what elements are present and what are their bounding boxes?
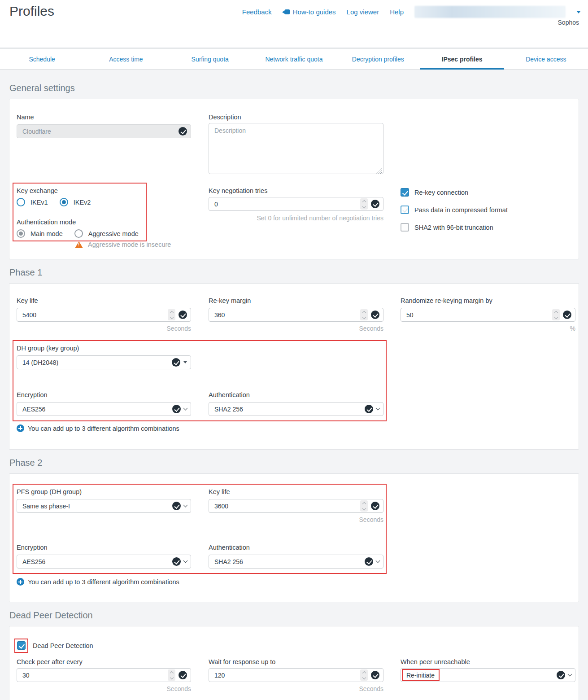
p2-add-combination-note: You can add up to 3 different algorithm … xyxy=(17,578,179,586)
dpd-wait-response-field xyxy=(209,668,383,682)
chevron-down-icon xyxy=(183,503,188,508)
radio-ikev2[interactable] xyxy=(60,198,68,206)
valid-check-icon xyxy=(179,127,187,136)
tab-surfing-quota[interactable]: Surfing quota xyxy=(168,49,252,69)
chevron-down-icon xyxy=(183,406,188,411)
valid-check-icon xyxy=(172,405,181,413)
number-stepper[interactable] xyxy=(360,500,368,512)
p1-rekey-margin-unit: Seconds xyxy=(209,325,383,332)
general-settings-title: General settings xyxy=(9,83,579,93)
tab-access-time[interactable]: Access time xyxy=(84,49,168,69)
warning-text: Aggressive mode is insecure xyxy=(88,241,171,248)
description-textarea[interactable] xyxy=(209,123,383,174)
p2-pfs-group-select[interactable]: Same as phase-I xyxy=(17,499,191,513)
valid-check-icon xyxy=(365,557,373,566)
p2-key-life-label: Key life xyxy=(209,488,230,495)
radio-main-mode-label: Main mode xyxy=(30,230,63,237)
dpd-wait-response-unit: Seconds xyxy=(209,685,383,692)
p1-dh-group-label: DH group (key group) xyxy=(17,345,79,352)
p1-key-life-unit: Seconds xyxy=(17,325,191,332)
valid-check-icon xyxy=(172,502,181,510)
dpd-wait-response-input[interactable] xyxy=(214,672,360,679)
chevron-down-icon xyxy=(568,672,572,677)
p1-key-life-input[interactable] xyxy=(22,311,168,319)
account-selector-redacted[interactable] xyxy=(414,6,566,18)
help-link[interactable]: Help xyxy=(390,8,404,16)
p1-randomize-unit: % xyxy=(401,325,575,332)
p2-authentication-value: SHA2 256 xyxy=(214,558,365,565)
p1-dh-group-value: 14 (DH2048) xyxy=(22,359,172,366)
p1-authentication-select[interactable]: SHA2 256 xyxy=(209,402,383,416)
radio-main-mode[interactable] xyxy=(17,229,25,238)
number-stepper[interactable] xyxy=(360,198,368,210)
key-exchange-label: Key exchange xyxy=(17,187,58,194)
radio-ikev1[interactable] xyxy=(17,198,25,206)
p1-add-combination-text: You can add up to 3 different algorithm … xyxy=(28,425,179,432)
howto-guides-label: How-to guides xyxy=(293,8,336,16)
warning-triangle-icon xyxy=(75,241,83,248)
radio-aggressive-mode[interactable] xyxy=(74,229,83,238)
plus-circle-icon[interactable] xyxy=(17,424,24,432)
video-camera-icon xyxy=(285,9,290,14)
valid-check-icon xyxy=(371,200,379,208)
p2-pfs-group-label: PFS group (DH group) xyxy=(17,488,82,495)
compressed-format-label: Pass data in compressed format xyxy=(414,206,508,214)
number-stepper[interactable] xyxy=(552,309,560,320)
p1-dh-group-select[interactable]: 14 (DH2048) xyxy=(17,355,191,369)
p1-key-life-label: Key life xyxy=(17,297,38,304)
p1-authentication-label: Authentication xyxy=(209,391,250,398)
radio-ikev2-label: IKEv2 xyxy=(74,199,91,206)
log-viewer-link[interactable]: Log viewer xyxy=(347,8,379,16)
name-field xyxy=(17,124,191,138)
tab-ipsec-profiles[interactable]: IPsec profiles xyxy=(420,49,504,69)
sha2-truncation-checkbox[interactable] xyxy=(401,223,409,232)
tab-device-access[interactable]: Device access xyxy=(504,49,588,69)
number-stepper[interactable] xyxy=(360,309,368,320)
compressed-format-checkbox[interactable] xyxy=(401,206,409,214)
howto-guides-link[interactable]: How-to guides xyxy=(283,8,336,16)
p2-encryption-select[interactable]: AES256 xyxy=(17,555,191,569)
p1-authentication-value: SHA2 256 xyxy=(214,406,365,413)
dpd-check-peer-input[interactable] xyxy=(22,672,168,679)
plus-circle-icon[interactable] xyxy=(17,578,24,586)
dpd-when-unreachable-select[interactable]: Re-initiate xyxy=(401,668,575,682)
header-links: Feedback How-to guides Log viewer Help xyxy=(242,6,581,18)
dpd-enable-checkbox[interactable] xyxy=(17,641,26,650)
valid-check-icon xyxy=(179,311,187,319)
name-label: Name xyxy=(17,114,34,121)
main-content: General settings Name Description Key ex… xyxy=(0,83,588,700)
p1-rekey-margin-input[interactable] xyxy=(214,311,360,319)
p1-key-life-field xyxy=(17,308,191,322)
number-stepper[interactable] xyxy=(168,309,175,320)
tab-network-traffic-quota[interactable]: Network traffic quota xyxy=(252,49,336,69)
tab-decryption-profiles[interactable]: Decryption profiles xyxy=(336,49,420,69)
rekey-connection-checkbox[interactable] xyxy=(401,188,409,197)
rekey-connection-label: Re-key connection xyxy=(414,189,468,196)
tab-schedule[interactable]: Schedule xyxy=(0,49,84,69)
sha2-truncation-label: SHA2 with 96-bit truncation xyxy=(414,224,493,231)
valid-check-icon xyxy=(557,671,565,679)
valid-check-icon xyxy=(371,311,379,319)
page-title: Profiles xyxy=(9,4,54,19)
p1-randomize-input[interactable] xyxy=(406,311,552,319)
p1-encryption-value: AES256 xyxy=(22,406,172,413)
p2-key-life-input[interactable] xyxy=(214,503,360,510)
valid-check-icon xyxy=(563,311,571,319)
auth-mode-radios: Main mode Aggressive mode xyxy=(17,229,139,238)
number-stepper[interactable] xyxy=(168,669,175,681)
p2-encryption-label: Encryption xyxy=(17,544,48,551)
key-negotiation-input[interactable] xyxy=(214,201,360,208)
p2-key-life-unit: Seconds xyxy=(209,516,383,523)
aggressive-mode-warning: Aggressive mode is insecure xyxy=(75,241,171,248)
sha2-truncation-row: SHA2 with 96-bit truncation xyxy=(401,223,493,232)
valid-check-icon xyxy=(172,557,181,566)
number-stepper[interactable] xyxy=(360,669,368,681)
caret-down-icon[interactable] xyxy=(576,11,581,13)
p2-pfs-group-value: Same as phase-I xyxy=(22,503,172,510)
p2-authentication-select[interactable]: SHA2 256 xyxy=(209,555,383,569)
feedback-link[interactable]: Feedback xyxy=(242,8,272,16)
p1-encryption-select[interactable]: AES256 xyxy=(17,402,191,416)
name-input xyxy=(22,128,179,135)
chevron-down-icon xyxy=(183,559,188,563)
key-negotiation-field xyxy=(209,197,383,211)
